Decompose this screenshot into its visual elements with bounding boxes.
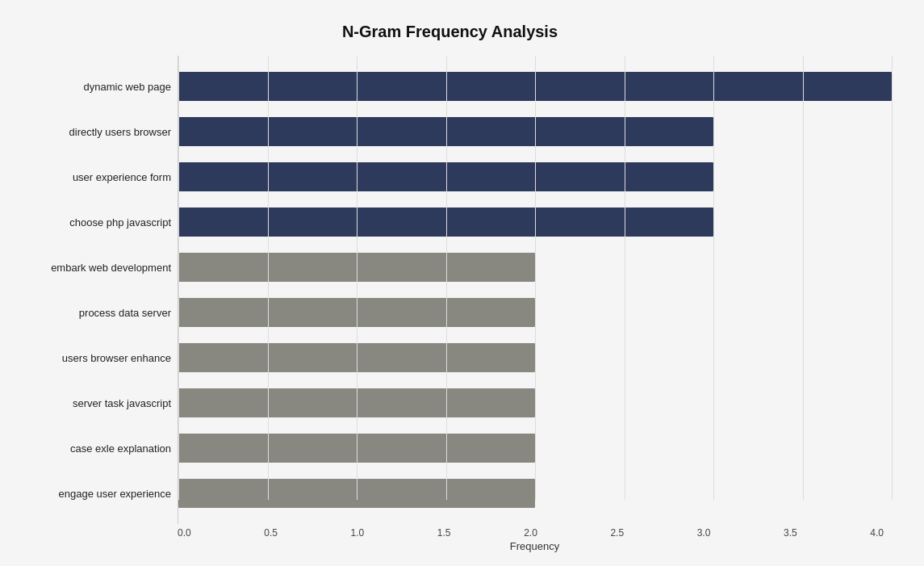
bar bbox=[178, 298, 535, 327]
x-axis-label: Frequency bbox=[8, 540, 892, 552]
x-tick: 2.0 bbox=[524, 527, 537, 539]
y-label: engage user experience bbox=[59, 474, 172, 513]
bar-row bbox=[178, 426, 892, 471]
x-tick: 4.0 bbox=[870, 527, 884, 539]
bar-row bbox=[178, 154, 892, 199]
bars-area bbox=[178, 56, 892, 524]
y-label: embark web development bbox=[51, 248, 171, 287]
y-label: user experience form bbox=[73, 157, 171, 196]
bar-row bbox=[178, 245, 892, 290]
bar bbox=[178, 72, 892, 101]
bar bbox=[178, 434, 535, 463]
bar bbox=[178, 479, 535, 508]
x-tick-container: 0.00.51.01.52.02.53.03.54.0 bbox=[178, 527, 884, 539]
chart-container: N-Gram Frequency Analysis dynamic web pa… bbox=[0, 0, 924, 566]
bar bbox=[178, 208, 713, 237]
x-tick: 1.5 bbox=[437, 527, 451, 539]
bar bbox=[178, 388, 535, 417]
y-label: choose php javascript bbox=[69, 203, 171, 241]
x-tick: 3.5 bbox=[784, 527, 797, 539]
bar-row bbox=[178, 199, 892, 245]
bar bbox=[178, 253, 535, 282]
bar-row bbox=[178, 290, 892, 335]
bar-row bbox=[178, 109, 892, 154]
x-tick: 0.5 bbox=[264, 527, 278, 539]
bar bbox=[178, 117, 713, 146]
y-label: users browser enhance bbox=[62, 338, 171, 377]
bar-row bbox=[178, 335, 892, 380]
bar bbox=[178, 162, 713, 191]
bar-row bbox=[178, 64, 892, 109]
x-axis: 0.00.51.01.52.02.53.03.54.0 bbox=[8, 527, 892, 539]
chart-title: N-Gram Frequency Analysis bbox=[8, 16, 892, 41]
y-label: server task javascript bbox=[73, 384, 171, 422]
x-tick: 2.5 bbox=[610, 527, 624, 539]
chart-area: dynamic web pagedirectly users browserus… bbox=[8, 56, 892, 524]
y-label: directly users browser bbox=[69, 112, 171, 151]
x-tick: 1.0 bbox=[351, 527, 365, 539]
x-tick: 3.0 bbox=[697, 527, 711, 539]
x-tick: 0.0 bbox=[178, 527, 191, 539]
bar bbox=[178, 343, 535, 372]
y-labels: dynamic web pagedirectly users browserus… bbox=[8, 56, 178, 524]
y-label: dynamic web page bbox=[84, 67, 171, 106]
bar-row bbox=[178, 380, 892, 426]
y-label: process data server bbox=[79, 293, 171, 332]
y-label: case exle explanation bbox=[70, 429, 171, 467]
bar-row bbox=[178, 471, 892, 516]
